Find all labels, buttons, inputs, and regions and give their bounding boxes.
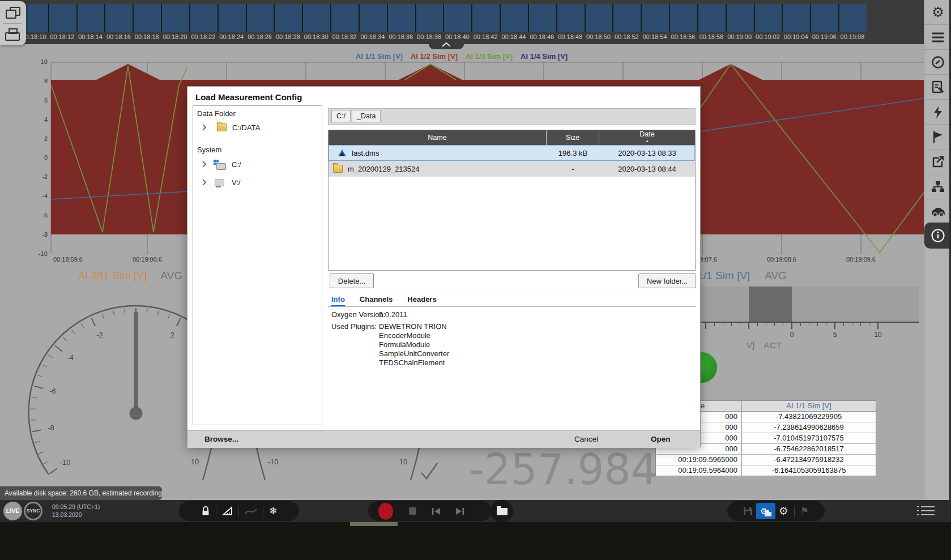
chevron-right-icon[interactable] (202, 179, 207, 186)
timeline-segment[interactable] (330, 4, 359, 32)
delete-button[interactable]: Delete... (330, 273, 374, 288)
digital-meter-value: -257.984 (469, 445, 662, 494)
timeline-label: 00:18:24 (218, 32, 246, 42)
timeline-segment[interactable] (359, 4, 387, 32)
chevron-right-icon[interactable] (202, 161, 207, 168)
sidebar-item-power[interactable] (924, 99, 951, 124)
timeline-segment[interactable] (415, 4, 443, 32)
cell-value: -7.238614990628659 (742, 422, 876, 433)
printer-icon[interactable] (5, 28, 20, 42)
tree-item-cdata[interactable]: C:/DATA (193, 121, 321, 134)
flag-icon (932, 130, 944, 144)
signal-cursor-icon[interactable] (245, 507, 257, 516)
breadcrumb-root[interactable]: C:/ (331, 110, 351, 122)
column-header-date[interactable]: Date ▲ (599, 130, 695, 145)
drive-v-icon (214, 178, 226, 187)
timeline-segment[interactable] (612, 4, 641, 32)
column-header-name[interactable]: Name (329, 130, 547, 145)
timeline-segment[interactable] (810, 4, 838, 32)
tree-item-drive-v[interactable]: V:/ (193, 176, 321, 189)
file-name: last.dms (352, 149, 379, 157)
timeline-segment[interactable] (133, 4, 161, 32)
timeline-segment[interactable] (500, 4, 528, 32)
chevron-right-icon[interactable] (202, 124, 207, 131)
record-button[interactable] (378, 503, 393, 520)
tab-info[interactable]: Info (331, 295, 345, 307)
timeline-label: 00:18:34 (359, 32, 387, 42)
timeline-segment[interactable] (528, 4, 556, 32)
stop-button[interactable] (409, 507, 416, 515)
timeline-segment[interactable] (556, 4, 585, 32)
tab-channels[interactable]: Channels (360, 295, 393, 307)
timeline-segment[interactable] (471, 4, 500, 32)
file-list: Name Size Date ▲ last.dms 196.3 kB 2020-… (328, 130, 696, 271)
freeze-icon[interactable]: ❄ (269, 506, 277, 516)
sync-badge[interactable]: SYNC (24, 502, 42, 520)
browse-button[interactable]: Browse... (204, 431, 238, 448)
timeline-segment[interactable] (387, 4, 415, 32)
tree-item-drive-c[interactable]: C:/ (193, 158, 321, 170)
y-tick-label: -8 (28, 232, 48, 238)
timeline-segment[interactable] (218, 4, 246, 32)
lock-icon[interactable] (201, 506, 210, 516)
y-tick-label: 0 (28, 155, 48, 161)
timeline-collapse-tab[interactable] (429, 40, 464, 49)
timeline-segment[interactable] (246, 4, 274, 32)
timeline-segment[interactable] (838, 4, 867, 32)
timeline-segment[interactable] (104, 4, 133, 32)
flag-icon[interactable]: ⚑ (800, 506, 809, 516)
sidebar-item-reporting[interactable] (924, 74, 951, 99)
breadcrumb-folder[interactable]: _Data (352, 110, 381, 122)
load-config-button-active[interactable]: ⚙ (756, 503, 775, 519)
gauge-fragment-label: 10 (185, 458, 205, 466)
timeline-segment[interactable] (274, 4, 302, 32)
set-square-icon[interactable] (222, 506, 233, 516)
timeline-bar[interactable]: 00:18:1000:18:1200:18:1400:18:1600:18:18… (0, 0, 951, 44)
screens-icon[interactable] (6, 7, 19, 19)
skip-end-icon[interactable] (455, 507, 465, 515)
tab-headers[interactable]: Headers (407, 295, 436, 307)
y-axis-labels: 1086420-2-4-6-8-10 (28, 59, 48, 257)
skip-start-icon[interactable] (431, 507, 441, 515)
file-name: m_20200129_213524 (348, 165, 420, 173)
column-header-size[interactable]: Size (547, 130, 599, 145)
folder-icon (765, 512, 771, 516)
new-folder-button[interactable]: New folder... (638, 273, 696, 288)
save-config-icon[interactable]: ⚙ (779, 506, 788, 516)
sidebar-item-measurement[interactable] (924, 49, 951, 74)
file-row[interactable]: m_20200129_213524 - 2020-03-13 08:44 (329, 161, 695, 177)
sidebar-item-channel-list[interactable] (924, 24, 951, 49)
save-icon[interactable] (743, 506, 753, 516)
timeline-segment[interactable] (189, 4, 218, 32)
open-button[interactable]: Open (651, 431, 671, 448)
sidebar-item-info-active[interactable] (924, 223, 951, 249)
file-row-selected[interactable]: last.dms 196.3 kB 2020-03-13 08:33 (329, 145, 695, 161)
gear-icon: ⚙ (932, 5, 944, 19)
timeline-segment[interactable] (76, 4, 105, 32)
left-instrument-title: AI 2/I1 Sim [V] AVG (51, 270, 210, 282)
timeline-segment[interactable] (585, 4, 613, 32)
cancel-button[interactable]: Cancel (574, 431, 598, 448)
sidebar-item-vehicle[interactable] (924, 199, 951, 224)
timeline-segment[interactable] (161, 4, 189, 32)
open-data-folder-button[interactable] (491, 500, 513, 523)
timeline-segment[interactable] (302, 4, 330, 32)
timeline-segment[interactable] (48, 4, 76, 32)
timeline-segment[interactable] (641, 4, 669, 32)
timeline-segment[interactable] (754, 4, 782, 32)
event-list-button[interactable] (916, 505, 937, 518)
timeline-segment[interactable] (726, 4, 754, 32)
timeline-segment[interactable] (669, 4, 697, 32)
timeline-segments[interactable] (20, 4, 867, 32)
sidebar-item-settings[interactable]: ⚙ (924, 0, 951, 24)
timeline-segment[interactable] (697, 4, 726, 32)
timeline-segment[interactable] (443, 4, 471, 32)
timeline-label: 00:18:22 (189, 32, 218, 42)
sidebar-item-markers[interactable] (924, 124, 951, 149)
sidebar-item-network[interactable] (924, 174, 951, 199)
sidebar-item-export[interactable] (924, 149, 951, 174)
timeline-segment[interactable] (782, 4, 810, 32)
timeline-label: 00:18:42 (471, 32, 500, 42)
live-badge[interactable]: LIVE (3, 502, 22, 520)
version-label: Oxygen Version: (331, 310, 385, 319)
